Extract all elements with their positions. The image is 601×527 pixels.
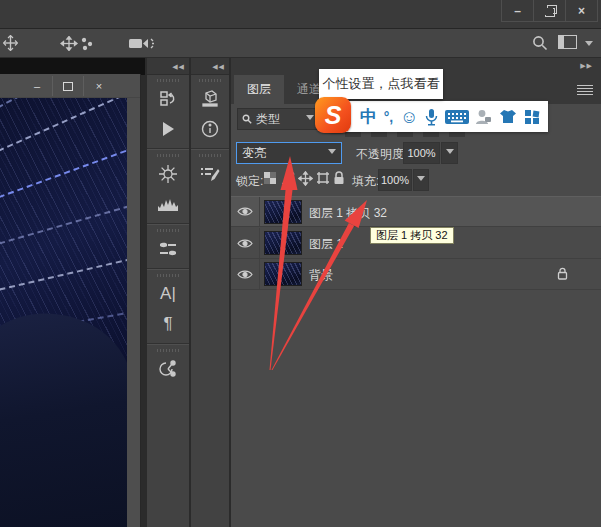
layer-row-background[interactable]: 背景 <box>231 259 601 290</box>
opacity-value: 100% <box>407 147 435 159</box>
character-glyph: A| <box>160 284 176 304</box>
selection-corner <box>264 200 269 205</box>
layer-name[interactable]: 图层 1 <box>309 236 343 253</box>
layer-name-tooltip: 图层 1 拷贝 32 <box>370 227 454 244</box>
tab-channels-label: 通道 <box>297 81 321 98</box>
chinese-mode-icon[interactable]: 中 <box>360 105 377 128</box>
workspace-switcher-icon[interactable] <box>558 35 577 49</box>
skin-shirt-icon[interactable] <box>499 109 517 124</box>
paragraph-panel-icon[interactable]: ¶ <box>147 309 189 339</box>
account-icon[interactable] <box>475 109 492 125</box>
light-streak <box>0 240 127 295</box>
panel-gripper[interactable] <box>157 79 179 82</box>
panel-gripper[interactable] <box>157 349 179 352</box>
minimize-button[interactable]: – <box>502 0 533 21</box>
lock-paint-icon[interactable] <box>281 171 295 185</box>
layer-filter-dropdown[interactable]: 类型 <box>237 108 319 130</box>
toolbox-grid-icon[interactable] <box>524 109 540 125</box>
dock-divider <box>147 268 189 270</box>
fill-value-field[interactable]: 100% <box>378 169 412 191</box>
eye-icon <box>237 238 253 249</box>
node-graph-icon[interactable] <box>147 354 189 384</box>
opacity-label: 不透明度: <box>356 146 407 163</box>
paragraph-glyph: ¶ <box>163 314 172 334</box>
hidden-filter-icon[interactable] <box>345 132 361 137</box>
visibility-toggle[interactable] <box>231 197 260 226</box>
soft-keyboard-icon[interactable] <box>445 109 469 125</box>
history-icon[interactable] <box>147 84 189 114</box>
layer-thumbnail[interactable] <box>264 231 302 255</box>
photoshop-window: { "titlebar": { "minimize": "–", "close"… <box>0 0 601 527</box>
fill-dropdown-button[interactable] <box>413 169 429 191</box>
panel-gripper[interactable] <box>199 154 221 157</box>
close-button[interactable]: × <box>565 0 597 21</box>
hidden-filter-icon[interactable] <box>423 132 439 137</box>
opacity-value-field[interactable]: 100% <box>403 142 440 164</box>
dock-divider <box>191 148 229 150</box>
wheel-icon[interactable] <box>147 159 189 189</box>
hidden-filter-icon[interactable] <box>371 132 387 137</box>
brush-settings-icon[interactable] <box>147 234 189 264</box>
actions-play-icon[interactable] <box>147 114 189 144</box>
video-camera-icon[interactable] <box>128 37 156 50</box>
panel-menu-icon[interactable] <box>577 85 593 96</box>
lock-move-icon[interactable] <box>298 171 313 186</box>
document-image[interactable] <box>0 98 127 527</box>
search-icon[interactable] <box>532 35 548 51</box>
3d-icon[interactable] <box>191 84 229 114</box>
sogou-logo[interactable]: S <box>315 97 351 133</box>
eye-icon <box>237 269 253 280</box>
ime-promo-bubble[interactable]: 个性设置，点我看看 <box>319 69 443 99</box>
chevron-down-icon[interactable] <box>585 41 593 50</box>
lock-artboard-icon[interactable] <box>316 171 330 185</box>
lock-all-icon[interactable] <box>333 171 345 185</box>
document-titlebar[interactable]: – × <box>0 74 140 98</box>
brush-presets-icon[interactable] <box>191 159 229 189</box>
doc-maximize-button[interactable] <box>52 76 83 96</box>
panel-gripper[interactable] <box>157 154 179 157</box>
blend-mode-dropdown[interactable]: 变亮 <box>236 142 342 164</box>
hidden-filter-icon[interactable] <box>397 132 413 137</box>
dock-divider <box>147 343 189 345</box>
dock-divider <box>147 148 189 150</box>
panel-gripper[interactable] <box>199 79 221 82</box>
selection-corner <box>264 219 269 224</box>
layer-row-selected[interactable]: 图层 1 拷贝 32 <box>231 196 601 227</box>
histogram-icon[interactable] <box>147 189 189 219</box>
collapse-arrows-icon: ◀◀ <box>172 63 185 70</box>
light-streak <box>0 123 127 205</box>
dock-collapse-header[interactable]: ◀◀ <box>147 58 189 75</box>
canvas-background <box>0 58 145 75</box>
search-icon <box>242 114 252 124</box>
character-panel-icon[interactable]: A| <box>147 279 189 309</box>
hidden-filter-icon[interactable] <box>449 132 465 137</box>
dock-collapse-header[interactable]: ◀◀ <box>191 58 229 75</box>
visibility-toggle[interactable] <box>231 259 260 289</box>
window-controls: – × <box>501 0 598 22</box>
panel-dock-column-1: ◀◀ A| ¶ <box>147 58 189 527</box>
pan-cross-icon[interactable] <box>3 35 18 51</box>
layer-thumbnail[interactable] <box>264 262 302 286</box>
chevron-down-icon <box>306 115 314 124</box>
opacity-dropdown-button[interactable] <box>441 142 458 164</box>
emoji-icon[interactable]: ☺ <box>400 108 418 126</box>
ime-promo-text: 个性设置，点我看看 <box>323 75 440 93</box>
panel-gripper[interactable] <box>157 274 179 277</box>
info-icon[interactable] <box>191 114 229 144</box>
doc-close-button[interactable]: × <box>83 76 114 96</box>
doc-minimize-button[interactable]: – <box>22 76 52 96</box>
punctuation-icon[interactable]: °, <box>384 109 394 125</box>
eye-icon <box>237 206 253 217</box>
restore-button[interactable] <box>533 0 565 21</box>
layer-name[interactable]: 背景 <box>309 267 333 284</box>
ime-toolbar: 中 °, ☺ <box>330 101 548 132</box>
lock-transparent-icon[interactable] <box>263 171 277 185</box>
visibility-toggle[interactable] <box>231 228 260 258</box>
layer-thumbnail[interactable] <box>264 200 302 224</box>
panel-gripper[interactable] <box>157 229 179 232</box>
layer-name[interactable]: 图层 1 拷贝 32 <box>309 205 387 222</box>
light-streak <box>0 354 127 385</box>
microphone-icon[interactable] <box>425 108 438 126</box>
tab-layers[interactable]: 图层 <box>234 75 284 104</box>
move-3d-icon[interactable] <box>60 36 94 51</box>
